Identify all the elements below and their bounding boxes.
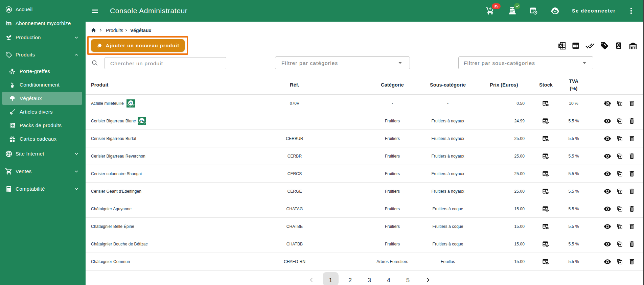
svg-text:VL: VL — [140, 119, 144, 122]
svg-text:VL: VL — [129, 101, 133, 105]
svg-text:m: m — [6, 20, 12, 27]
